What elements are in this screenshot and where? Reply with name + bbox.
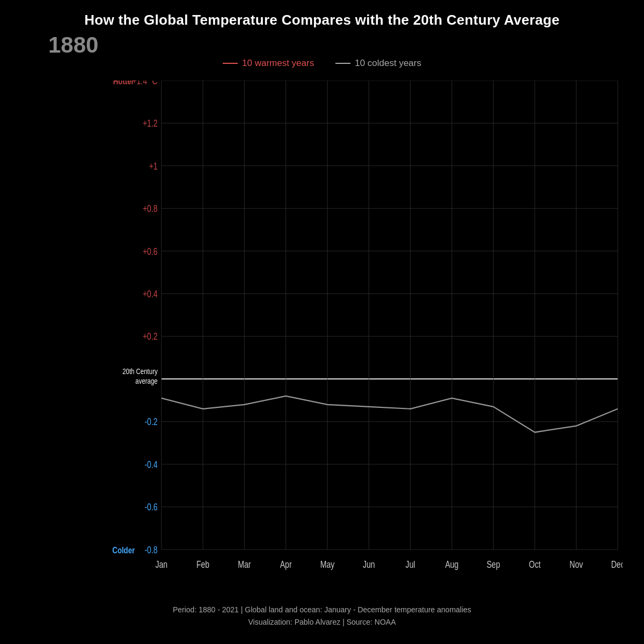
cold-line-icon	[335, 63, 350, 64]
svg-text:+0.8: +0.8	[143, 203, 158, 214]
svg-text:+0.4: +0.4	[143, 288, 158, 299]
svg-text:Jun: Jun	[363, 559, 375, 569]
svg-text:-0.8: -0.8	[144, 544, 157, 555]
svg-text:Apr: Apr	[280, 559, 292, 569]
warm-label: 10 warmest years	[242, 58, 314, 69]
svg-text:+0.2: +0.2	[143, 331, 158, 342]
year-label: 1880	[48, 32, 98, 58]
svg-text:Mar: Mar	[238, 559, 251, 569]
svg-text:Jul: Jul	[406, 559, 415, 569]
svg-text:+1.2: +1.2	[143, 118, 158, 129]
svg-text:+1.4 °C: +1.4 °C	[132, 80, 158, 86]
chart-area: +1.4 °C+1.2+1+0.8+0.6+0.4+0.2-0.2-0.4-0.…	[105, 80, 623, 580]
svg-text:average: average	[135, 377, 157, 386]
svg-text:May: May	[320, 559, 335, 569]
svg-text:+0.6: +0.6	[143, 246, 158, 257]
svg-text:Nov: Nov	[569, 559, 583, 569]
footer-line2: Visualization: Pablo Alvarez | Source: N…	[0, 616, 644, 628]
svg-text:Feb: Feb	[196, 559, 209, 569]
chart-container: How the Global Temperature Compares with…	[0, 0, 644, 644]
svg-text:+1: +1	[149, 160, 158, 171]
svg-text:20th Century: 20th Century	[122, 367, 158, 376]
svg-text:Oct: Oct	[529, 559, 541, 569]
svg-text:-0.6: -0.6	[144, 502, 157, 513]
svg-text:Sep: Sep	[487, 559, 500, 569]
legend-warm: 10 warmest years	[223, 58, 314, 69]
svg-text:Hotter: Hotter	[113, 80, 134, 86]
legend-cold: 10 coldest years	[335, 58, 421, 69]
temperature-chart: +1.4 °C+1.2+1+0.8+0.6+0.4+0.2-0.2-0.4-0.…	[105, 80, 623, 580]
footer: Period: 1880 - 2021 | Global land and oc…	[0, 604, 644, 628]
svg-text:Colder: Colder	[112, 545, 135, 555]
svg-text:-0.4: -0.4	[144, 459, 157, 470]
warm-line-icon	[223, 63, 238, 64]
svg-text:Dec: Dec	[611, 559, 623, 569]
svg-text:Aug: Aug	[445, 559, 458, 569]
footer-line1: Period: 1880 - 2021 | Global land and oc…	[0, 604, 644, 616]
main-title: How the Global Temperature Compares with…	[0, 0, 644, 28]
cold-label: 10 coldest years	[355, 58, 421, 69]
svg-text:-0.2: -0.2	[144, 416, 157, 427]
svg-text:Jan: Jan	[155, 559, 167, 569]
legend: 10 warmest years 10 coldest years	[0, 58, 644, 69]
